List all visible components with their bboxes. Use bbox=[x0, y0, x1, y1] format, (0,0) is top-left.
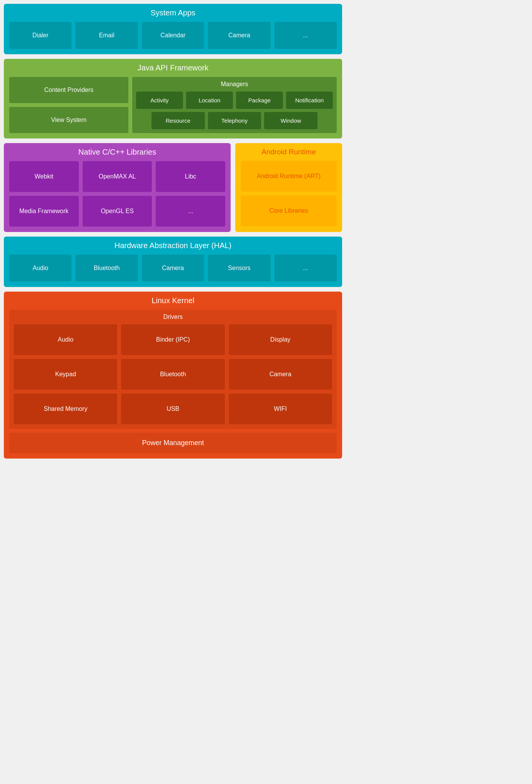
hal-layer: Hardware Abstraction Layer (HAL) AudioBl… bbox=[4, 237, 342, 287]
hal-card: Bluetooth bbox=[75, 255, 138, 282]
android-runtime-layer: Android Runtime Android Runtime (ART)Cor… bbox=[235, 143, 342, 232]
driver-card: USB bbox=[121, 394, 224, 424]
system-app-card: Camera bbox=[208, 22, 270, 49]
managers-row2: ResourceTelephonyWindow bbox=[136, 112, 333, 129]
system-apps-cards: DialerEmailCalendarCamera... bbox=[9, 22, 337, 49]
hal-card: Camera bbox=[142, 255, 204, 282]
native-lib-card: OpenGL ES bbox=[83, 196, 152, 227]
system-apps-layer: System Apps DialerEmailCalendarCamera... bbox=[4, 4, 342, 54]
hal-cards: AudioBluetoothCameraSensors... bbox=[9, 255, 337, 282]
hal-card: Audio bbox=[9, 255, 71, 282]
android-runtime-card: Core Libraries bbox=[241, 195, 337, 226]
system-app-card: Email bbox=[75, 22, 138, 49]
manager-card: Activity bbox=[136, 92, 183, 109]
manager-card: Package bbox=[236, 92, 283, 109]
linux-kernel-layer: Linux Kernel Drivers AudioBinder (IPC)Di… bbox=[4, 292, 342, 459]
hal-card: ... bbox=[274, 255, 337, 282]
manager-card: Window bbox=[264, 112, 318, 129]
java-api-left: Content Providers View System bbox=[9, 77, 128, 133]
native-libs-title: Native C/C++ Libraries bbox=[9, 148, 225, 157]
power-management: Power Management bbox=[9, 433, 337, 453]
driver-card: Bluetooth bbox=[121, 359, 224, 390]
native-lib-card: Libc bbox=[156, 161, 225, 192]
managers-title: Managers bbox=[136, 81, 333, 88]
hal-card: Sensors bbox=[208, 255, 270, 282]
native-lib-card: OpenMAX AL bbox=[83, 161, 152, 192]
driver-card: Binder (IPC) bbox=[121, 324, 224, 355]
view-system-card: View System bbox=[9, 107, 128, 133]
system-apps-title: System Apps bbox=[9, 8, 337, 17]
drivers-grid: AudioBinder (IPC)DisplayKeypadBluetoothC… bbox=[14, 324, 332, 424]
android-runtime-card: Android Runtime (ART) bbox=[241, 161, 337, 192]
native-lib-card: Media Framework bbox=[9, 196, 79, 227]
java-api-inner: Content Providers View System Managers A… bbox=[9, 77, 337, 133]
driver-card: Camera bbox=[229, 359, 332, 390]
native-lib-card: ... bbox=[156, 196, 225, 227]
managers-row1: ActivityLocationPackageNotification bbox=[136, 92, 333, 109]
content-providers-card: Content Providers bbox=[9, 77, 128, 103]
system-app-card: Calendar bbox=[142, 22, 204, 49]
java-api-layer: Java API Framework Content Providers Vie… bbox=[4, 59, 342, 138]
drivers-title: Drivers bbox=[14, 314, 332, 320]
linux-kernel-title: Linux Kernel bbox=[9, 296, 337, 305]
driver-card: Shared Memory bbox=[14, 394, 117, 424]
driver-card: Display bbox=[229, 324, 332, 355]
driver-card: Keypad bbox=[14, 359, 117, 390]
driver-card: Audio bbox=[14, 324, 117, 355]
java-api-right: Managers ActivityLocationPackageNotifica… bbox=[132, 77, 337, 133]
system-app-card: Dialer bbox=[9, 22, 71, 49]
native-lib-card: Webkit bbox=[9, 161, 79, 192]
manager-card: Notification bbox=[286, 92, 333, 109]
native-libs-cards: WebkitOpenMAX ALLibcMedia FrameworkOpenG… bbox=[9, 161, 225, 227]
hal-title: Hardware Abstraction Layer (HAL) bbox=[9, 241, 337, 250]
native-runtime-row: Native C/C++ Libraries WebkitOpenMAX ALL… bbox=[4, 143, 342, 232]
drivers-section: Drivers AudioBinder (IPC)DisplayKeypadBl… bbox=[9, 310, 337, 429]
driver-card: WIFI bbox=[229, 394, 332, 424]
java-api-title: Java API Framework bbox=[9, 63, 337, 72]
android-runtime-title: Android Runtime bbox=[241, 148, 337, 156]
manager-card: Location bbox=[186, 92, 233, 109]
manager-card: Telephony bbox=[208, 112, 261, 129]
manager-card: Resource bbox=[151, 112, 205, 129]
native-libs-layer: Native C/C++ Libraries WebkitOpenMAX ALL… bbox=[4, 143, 231, 232]
system-app-card: ... bbox=[274, 22, 337, 49]
